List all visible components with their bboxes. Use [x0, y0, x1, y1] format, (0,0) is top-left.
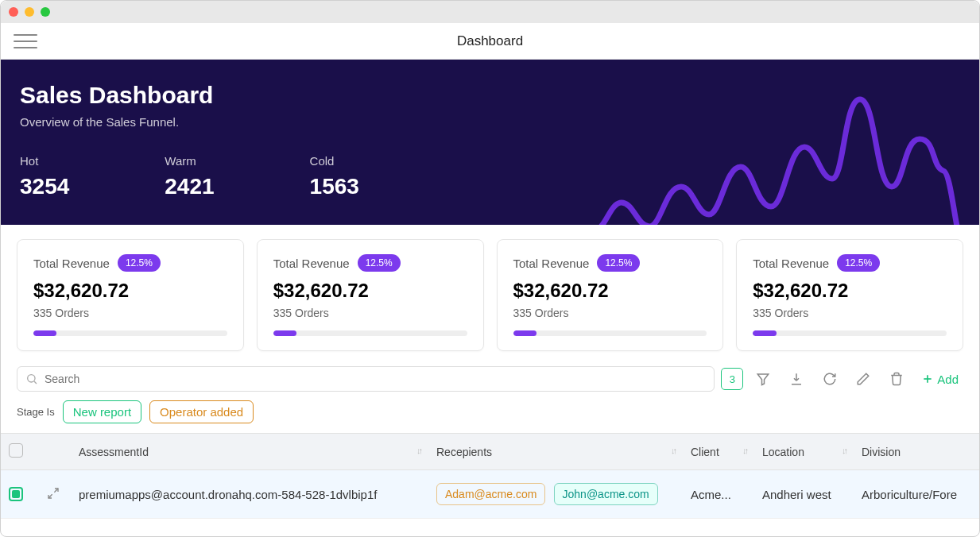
- metric-value: 1563: [310, 174, 359, 199]
- card-progress: [513, 330, 707, 336]
- pencil-icon: [856, 372, 870, 386]
- table-header[interactable]: Client↓↑: [683, 434, 754, 470]
- svg-line-1: [34, 381, 37, 384]
- filter-label: Stage Is: [17, 406, 55, 418]
- revenue-card: Total Revenue 12.5% $32,620.72 335 Order…: [257, 239, 484, 351]
- page-title: Dashboard: [457, 33, 523, 49]
- filter-pill-operator-added[interactable]: Operator added: [149, 400, 254, 423]
- card-sub: 335 Orders: [273, 307, 467, 319]
- card-sub: 335 Orders: [513, 307, 707, 319]
- topbar: Dashboard: [1, 23, 979, 60]
- metric-value: 3254: [20, 174, 69, 199]
- close-window-button[interactable]: [9, 7, 18, 17]
- recipient-tag[interactable]: John@acme.com: [554, 483, 658, 505]
- edit-button[interactable]: [850, 365, 877, 392]
- table-row[interactable]: premiumapps@account.dronahq.com-584-528-…: [1, 470, 979, 519]
- table-header[interactable]: Recepients↓↑: [428, 434, 683, 470]
- table-toolbar: 3 Add: [1, 365, 979, 392]
- card-value: $32,620.72: [753, 280, 947, 302]
- card-label: Total Revenue: [513, 257, 590, 270]
- data-table: AssessmentId↓↑ Recepients↓↑ Client↓↑ Loc…: [1, 433, 979, 519]
- card-badge: 12.5%: [837, 254, 880, 272]
- card-sub: 335 Orders: [753, 307, 947, 319]
- sort-icon: ↓↑: [842, 446, 846, 455]
- filter-icon: [756, 372, 770, 386]
- cell-assessment-id: premiumapps@account.dronahq.com-584-528-…: [71, 470, 428, 519]
- row-checkbox[interactable]: [9, 487, 23, 501]
- card-badge: 12.5%: [358, 254, 401, 272]
- svg-line-5: [54, 489, 58, 493]
- add-label: Add: [937, 373, 959, 386]
- svg-line-6: [48, 494, 52, 498]
- svg-point-0: [28, 375, 35, 382]
- sort-icon: ↓↑: [742, 446, 746, 455]
- table-header[interactable]: Division: [854, 434, 979, 470]
- metric-label: Warm: [165, 154, 214, 168]
- delete-button[interactable]: [883, 365, 910, 392]
- filter-row: Stage Is New report Operator added: [1, 400, 979, 433]
- sort-icon: ↓↑: [416, 446, 420, 455]
- metric-cold: Cold 1563: [310, 154, 359, 199]
- card-label: Total Revenue: [273, 257, 350, 270]
- metric-hot: Hot 3254: [20, 154, 69, 199]
- revenue-cards: Total Revenue 12.5% $32,620.72 335 Order…: [1, 225, 979, 365]
- maximize-window-button[interactable]: [41, 7, 50, 17]
- minimize-window-button[interactable]: [25, 7, 34, 17]
- hero-banner: Sales Dashboard Overview of the Sales Fu…: [1, 60, 979, 225]
- card-badge: 12.5%: [118, 254, 161, 272]
- plus-icon: [921, 373, 934, 385]
- hero-sparkline-chart: [590, 75, 963, 225]
- metric-label: Cold: [310, 154, 359, 168]
- cell-division: Arboriculture/Fore: [854, 470, 979, 519]
- recipient-tag[interactable]: Adam@acme.com: [436, 483, 545, 505]
- cell-location: Andheri west: [754, 470, 854, 519]
- card-progress: [753, 330, 947, 336]
- search-input[interactable]: [45, 373, 706, 385]
- cell-recipients: Adam@acme.com John@acme.com: [428, 470, 683, 519]
- card-value: $32,620.72: [33, 280, 227, 302]
- filter-button[interactable]: [750, 365, 777, 392]
- filter-pill-new-report[interactable]: New report: [63, 400, 141, 423]
- download-icon: [789, 372, 804, 386]
- menu-button[interactable]: [14, 32, 37, 51]
- metric-warm: Warm 2421: [165, 154, 214, 199]
- trash-icon: [889, 372, 904, 386]
- card-label: Total Revenue: [33, 257, 110, 270]
- card-value: $32,620.72: [273, 280, 467, 302]
- selected-count[interactable]: 3: [721, 368, 743, 390]
- revenue-card: Total Revenue 12.5% $32,620.72 335 Order…: [17, 239, 244, 351]
- sort-icon: ↓↑: [671, 446, 675, 455]
- card-sub: 335 Orders: [33, 307, 227, 319]
- revenue-card: Total Revenue 12.5% $32,620.72 335 Order…: [736, 239, 963, 351]
- add-button[interactable]: Add: [916, 369, 963, 389]
- expand-icon[interactable]: [47, 487, 60, 500]
- window-titlebar: [1, 1, 979, 23]
- metric-value: 2421: [165, 174, 214, 199]
- card-label: Total Revenue: [753, 257, 829, 270]
- table-header-row: AssessmentId↓↑ Recepients↓↑ Client↓↑ Loc…: [1, 434, 979, 470]
- card-badge: 12.5%: [597, 254, 640, 272]
- svg-marker-2: [758, 374, 769, 385]
- card-value: $32,620.72: [513, 280, 707, 302]
- search-icon: [25, 373, 38, 385]
- metric-label: Hot: [20, 154, 69, 168]
- cell-client: Acme...: [683, 470, 754, 519]
- search-box[interactable]: [17, 366, 715, 392]
- table-header[interactable]: Location↓↑: [754, 434, 854, 470]
- revenue-card: Total Revenue 12.5% $32,620.72 335 Order…: [497, 239, 724, 351]
- select-all-checkbox[interactable]: [9, 443, 23, 458]
- refresh-icon: [823, 372, 837, 386]
- table-header[interactable]: AssessmentId↓↑: [71, 434, 428, 470]
- refresh-button[interactable]: [816, 365, 843, 392]
- card-progress: [33, 330, 227, 336]
- card-progress: [273, 330, 467, 336]
- download-button[interactable]: [783, 365, 810, 392]
